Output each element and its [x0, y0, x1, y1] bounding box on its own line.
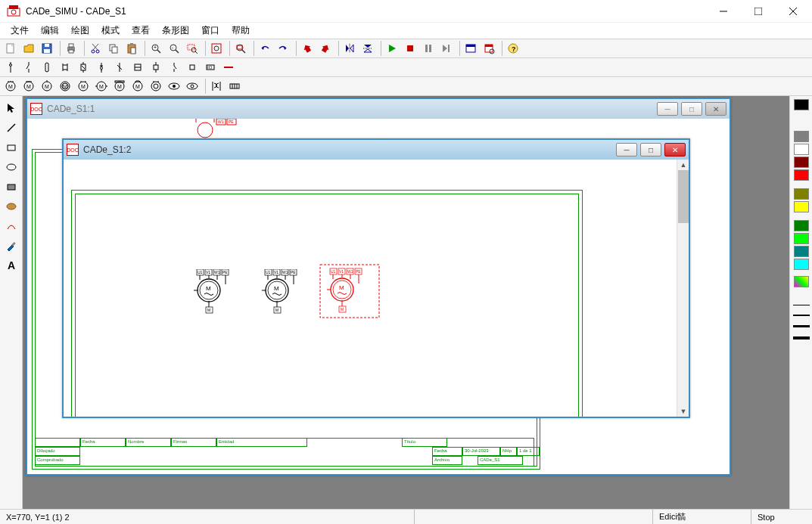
print-icon[interactable]	[62, 40, 80, 57]
mdi1-close-button[interactable]: ✕	[705, 102, 726, 116]
menu-edit[interactable]: 编辑	[35, 23, 65, 39]
pointer-tool[interactable]	[2, 99, 20, 117]
mdi2-max-button[interactable]: □	[640, 143, 661, 157]
zoom-all-icon[interactable]	[232, 40, 250, 57]
io-block-icon[interactable]: IO	[201, 59, 219, 76]
color-swatch[interactable]	[794, 259, 809, 270]
zoom-window-icon[interactable]	[183, 40, 201, 57]
mdi-titlebar-1[interactable]: DOC CADe_S1:1 ─ □ ✕	[27, 99, 730, 119]
motor-m1-icon[interactable]: M	[2, 78, 20, 95]
color-swatch[interactable]	[794, 233, 809, 244]
arc-tool[interactable]	[2, 217, 20, 235]
mdi2-min-button[interactable]: ─	[616, 143, 637, 157]
window-mode-icon[interactable]	[462, 40, 480, 57]
color-swatch[interactable]	[794, 220, 809, 231]
rect-tool[interactable]	[2, 138, 20, 157]
color-swatch[interactable]	[794, 169, 809, 181]
mdi1-max-button[interactable]: □	[681, 102, 702, 116]
menu-mode[interactable]: 模式	[95, 23, 126, 39]
motor-m6-icon[interactable]: M	[92, 78, 110, 95]
undo-icon[interactable]	[256, 40, 274, 57]
cut-icon[interactable]	[86, 40, 104, 57]
menu-draw[interactable]: 绘图	[65, 23, 95, 39]
comp-icon-8[interactable]	[129, 59, 147, 76]
comp-icon-6[interactable]	[92, 59, 110, 76]
text-tool[interactable]: A	[2, 256, 20, 274]
mdi-child-2[interactable]: DOC CADe_S1:2 ─ □ ✕ ▲ ▼	[62, 138, 690, 418]
color-swatch[interactable]	[794, 131, 809, 142]
comp-eye1-icon[interactable]	[165, 78, 183, 95]
transformer-icon[interactable]	[207, 78, 226, 95]
paste-icon[interactable]	[123, 40, 141, 57]
new-file-icon[interactable]	[2, 40, 20, 57]
scrollbar-vertical[interactable]: ▲ ▼	[677, 160, 689, 417]
contact-open-icon[interactable]	[165, 59, 183, 76]
menu-window[interactable]: 窗口	[195, 23, 226, 39]
line-weight-2[interactable]	[793, 315, 810, 316]
color-swatch[interactable]	[794, 144, 809, 155]
mirror-v-icon[interactable]	[359, 40, 377, 57]
zoom-in-icon[interactable]: +	[147, 40, 165, 57]
scroll-thumb[interactable]	[678, 170, 689, 223]
motor-m4-icon[interactable]: M	[56, 78, 74, 95]
redo-icon[interactable]	[274, 40, 292, 57]
zoom-fit-icon[interactable]	[207, 40, 226, 57]
motor-m9-icon[interactable]	[147, 78, 165, 95]
settings-icon[interactable]	[480, 40, 498, 57]
filled-rect-tool[interactable]	[2, 178, 20, 196]
mdi1-min-button[interactable]: ─	[657, 102, 678, 116]
motor-symbol-1[interactable]: U1 V1 W1 PE M M	[192, 269, 245, 322]
motor-m3-icon[interactable]: M	[38, 78, 56, 95]
close-button[interactable]	[776, 1, 810, 22]
color-swatch[interactable]	[794, 99, 809, 110]
motor-symbol-2[interactable]: U1 V1 W1 PE M M	[260, 269, 313, 322]
pause-icon[interactable]	[419, 40, 437, 57]
line-weight-1[interactable]	[793, 305, 810, 305]
color-swatch[interactable]	[794, 201, 809, 212]
comp-icon-7[interactable]	[110, 59, 129, 76]
zoom-out-icon[interactable]: -	[165, 40, 183, 57]
eyedropper-tool[interactable]	[2, 237, 20, 255]
color-swatch[interactable]	[794, 246, 809, 257]
menu-file[interactable]: 文件	[5, 23, 35, 39]
play-icon[interactable]	[383, 40, 401, 57]
help-icon[interactable]: ?	[504, 40, 522, 57]
mdi2-close-button[interactable]: ✕	[664, 143, 686, 157]
scroll-down-icon[interactable]: ▼	[678, 406, 689, 417]
breaker-icon[interactable]	[74, 59, 92, 76]
minimize-button[interactable]	[706, 1, 741, 22]
line-weight-3[interactable]	[793, 325, 810, 327]
fuse-icon[interactable]	[2, 59, 20, 76]
color-swatch[interactable]	[794, 188, 809, 200]
stop-icon[interactable]	[401, 40, 419, 57]
motor-m7-icon[interactable]: M	[110, 78, 129, 95]
rotate-right-icon[interactable]	[316, 40, 334, 57]
color-swatch[interactable]	[794, 276, 809, 287]
menu-help[interactable]: 帮助	[226, 23, 256, 39]
mirror-h-icon[interactable]	[341, 40, 359, 57]
filled-ellipse-tool[interactable]	[2, 197, 20, 215]
line-weight-4[interactable]	[793, 336, 810, 340]
color-swatch[interactable]	[794, 157, 809, 168]
comp-eye2-icon[interactable]	[183, 78, 201, 95]
mdi-titlebar-2[interactable]: DOC CADe_S1:2 ─ □ ✕	[64, 140, 689, 160]
motor-m8-icon[interactable]: M	[129, 78, 147, 95]
open-file-icon[interactable]	[20, 40, 38, 57]
rotate-left-icon[interactable]	[298, 40, 316, 57]
comp-icon-3[interactable]	[38, 59, 56, 76]
copy-icon[interactable]	[104, 40, 123, 57]
disconnect-icon[interactable]	[20, 59, 38, 76]
save-icon[interactable]	[38, 40, 56, 57]
scroll-up-icon[interactable]: ▲	[678, 160, 689, 170]
comp-icon-4[interactable]	[56, 59, 74, 76]
connector-icon[interactable]	[226, 78, 244, 95]
menu-bar[interactable]: 条形图	[156, 23, 195, 39]
motor-m5-icon[interactable]: M	[74, 78, 92, 95]
line-tool[interactable]	[2, 119, 20, 137]
contactor-icon[interactable]	[147, 59, 165, 76]
menu-view[interactable]: 查看	[126, 23, 156, 39]
wire-icon[interactable]	[219, 59, 238, 76]
motor-m2-icon[interactable]: M	[20, 78, 38, 95]
motor-symbol-3-selected[interactable]: U1 V1 W1 PE M M	[319, 264, 383, 324]
coil-icon[interactable]	[183, 59, 201, 76]
